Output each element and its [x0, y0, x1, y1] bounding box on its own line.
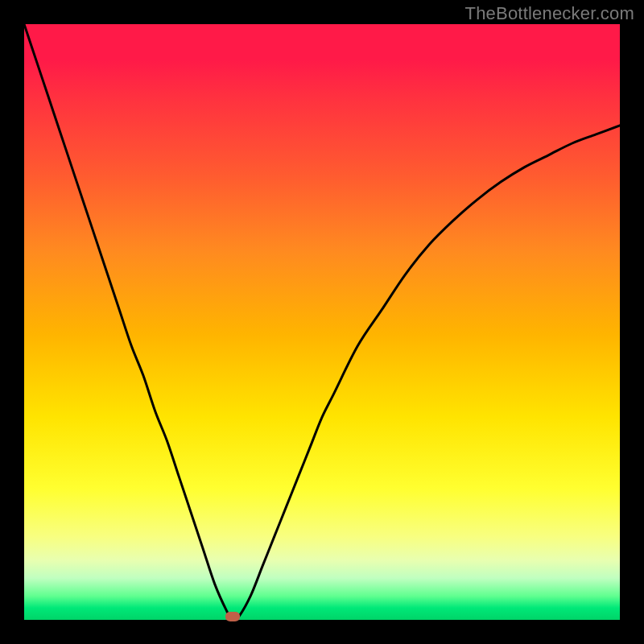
attribution-label: TheBottlenecker.com — [465, 3, 634, 24]
plot-area — [24, 24, 620, 620]
minimum-marker — [225, 612, 240, 621]
chart-frame: TheBottlenecker.com — [0, 0, 644, 644]
bottleneck-curve — [24, 24, 620, 620]
